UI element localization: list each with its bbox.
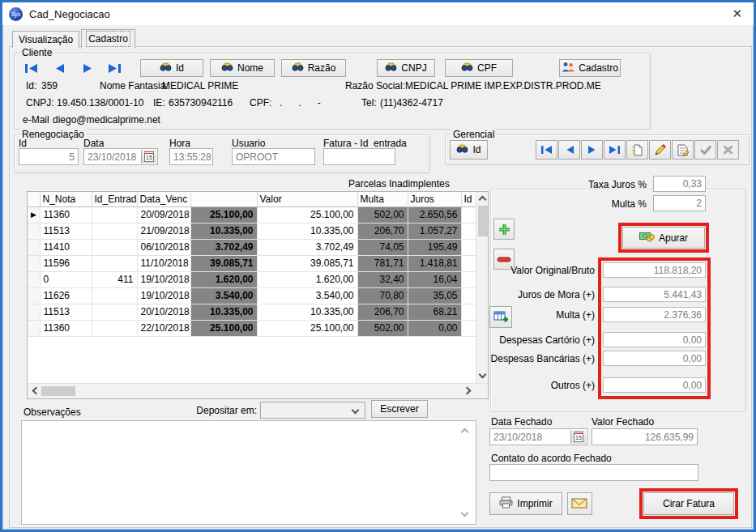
cell-Id_Entrada[interactable] [92, 304, 137, 320]
cell-N_Nota[interactable]: 11360 [40, 320, 92, 336]
total-value-field[interactable]: 0,00 [603, 332, 706, 347]
cell-Id[interactable] [461, 239, 476, 255]
cell-Multa[interactable]: 206,70 [357, 223, 408, 239]
grid-vertical-scrollbar[interactable] [476, 192, 488, 383]
cell-Multa[interactable]: 206,70 [357, 304, 408, 320]
cell-Id_Entrada[interactable] [92, 206, 137, 223]
table-row[interactable]: 1136022/10/201825.100,0025.100,00502,000… [28, 320, 476, 336]
column-header-Id[interactable]: Id [461, 192, 476, 206]
cell-Id_Entrada[interactable] [92, 239, 137, 255]
cell-hl[interactable]: 3.702,49 [190, 239, 257, 255]
cell-Juros[interactable]: 1.418,81 [408, 255, 461, 271]
cell-hl[interactable]: 25.100,00 [190, 320, 257, 336]
cell-Id_Entrada[interactable]: 411 [92, 271, 137, 287]
cell-N_Nota[interactable]: 11410 [40, 239, 92, 255]
cell-hl[interactable]: 3.540,00 [190, 287, 257, 304]
reneg-id-field[interactable]: 5 [19, 148, 79, 165]
cell-Data_Venc[interactable]: 20/10/2018 [137, 304, 190, 320]
scroll-right-icon[interactable] [463, 387, 472, 395]
observacoes-memo[interactable] [21, 420, 476, 525]
calendar-button[interactable]: 15 [141, 150, 156, 164]
cell-Id_Entrada[interactable] [92, 287, 137, 304]
prev-record-icon[interactable] [54, 64, 64, 73]
cell-Data_Venc[interactable]: 22/10/2018 [137, 320, 190, 336]
scroll-left-icon[interactable] [32, 387, 41, 395]
cell-Data_Venc[interactable]: 19/10/2018 [137, 271, 190, 287]
cell-Data_Venc[interactable]: 19/10/2018 [137, 287, 190, 304]
search-id-button[interactable]: Id [140, 59, 203, 77]
cell-Multa[interactable]: 502,00 [357, 320, 408, 336]
cell-Id[interactable] [461, 287, 476, 304]
cell-Valor[interactable]: 10.335,00 [257, 223, 357, 239]
cell-Juros[interactable]: 195,49 [408, 239, 461, 255]
cell-Valor[interactable]: 39.085,71 [257, 255, 357, 271]
cell-Juros[interactable]: 2.650,56 [408, 206, 461, 223]
cell-Multa[interactable]: 781,71 [357, 255, 408, 271]
cell-N_Nota[interactable]: 11513 [40, 223, 92, 239]
column-header-Id_Entrada[interactable]: Id_Entrada [92, 192, 137, 206]
cadastro-button[interactable]: Cadastro [559, 59, 621, 77]
email-send-button[interactable] [567, 492, 592, 515]
taxa-juros-field[interactable]: 0,33 [653, 176, 706, 192]
cell-Juros[interactable]: 35,05 [408, 287, 461, 304]
cell-Juros[interactable]: 0,00 [408, 320, 461, 336]
cell-hl[interactable]: 1.620,00 [190, 271, 257, 287]
total-value-field[interactable]: 5.441,43 [603, 287, 706, 302]
calendar-button[interactable]: 15 [570, 430, 586, 444]
first-record-icon[interactable] [25, 64, 37, 73]
cell-Multa[interactable]: 32,40 [357, 271, 408, 287]
edit-record-button[interactable] [649, 140, 671, 160]
table-row[interactable]: 1141006/10/20183.702,493.702,4974,05195,… [28, 239, 476, 255]
cell-N_Nota[interactable]: 11360 [40, 206, 92, 223]
post-edit-button[interactable] [672, 140, 694, 160]
imprimir-button[interactable]: Imprimir [489, 492, 562, 515]
cell-hl[interactable]: 39.085,71 [190, 255, 257, 271]
search-cnpj-button[interactable]: CNPJ [377, 59, 435, 77]
tab-cadastro[interactable]: Cadastro [81, 29, 135, 49]
cell-Multa[interactable]: 70,80 [357, 287, 408, 304]
cell-Data_Venc[interactable]: 06/10/2018 [137, 239, 190, 255]
cell-Valor[interactable]: 25.100,00 [257, 320, 357, 336]
cell-Valor[interactable]: 3.540,00 [257, 287, 357, 304]
data-fechado-field[interactable]: 23/10/2018 15 [489, 428, 587, 445]
nav-last-button[interactable] [604, 140, 626, 160]
apurar-button[interactable]: Apurar [622, 227, 705, 249]
cell-N_Nota[interactable]: 0 [40, 271, 92, 287]
total-value-field[interactable]: 2.376,36 [603, 307, 706, 322]
cell-Data_Venc[interactable]: 21/09/2018 [137, 223, 190, 239]
depositar-em-combobox[interactable] [260, 402, 365, 419]
scroll-up-icon[interactable] [479, 196, 487, 204]
escrever-button[interactable]: Escrever [371, 400, 428, 418]
cell-Multa[interactable]: 74,05 [357, 239, 408, 255]
vscroll-thumb[interactable] [478, 206, 488, 236]
multa-pct-field[interactable]: 2 [653, 195, 706, 211]
column-header-Juros[interactable]: Juros [408, 192, 461, 206]
cell-Id_Entrada[interactable] [92, 320, 137, 336]
cell-Id[interactable] [461, 223, 476, 239]
memo-scroll-down-icon[interactable] [461, 509, 469, 517]
cell-Valor[interactable]: 25.100,00 [257, 206, 357, 223]
search-razao-button[interactable]: Razão [281, 59, 346, 77]
scroll-down-icon[interactable] [479, 371, 487, 379]
nav-prev-button[interactable] [558, 140, 580, 160]
total-value-field[interactable]: 0,00 [603, 377, 706, 393]
column-header-Multa[interactable]: Multa [357, 192, 408, 206]
cell-Multa[interactable]: 502,00 [357, 206, 408, 223]
column-header-N_Nota[interactable]: N_Nota [40, 192, 92, 206]
cell-Data_Venc[interactable]: 20/09/2018 [137, 206, 190, 223]
cell-hl[interactable]: 25.100,00 [190, 206, 257, 223]
cell-Id[interactable] [461, 271, 476, 287]
gerencial-id-button[interactable]: Id [450, 140, 488, 160]
memo-scroll-up-icon[interactable] [461, 428, 469, 436]
cell-Id_Entrada[interactable] [92, 255, 137, 271]
cell-N_Nota[interactable]: 11596 [40, 255, 92, 271]
search-cpf-button[interactable]: CPF [445, 59, 513, 77]
grid-horizontal-scrollbar[interactable] [28, 383, 488, 398]
cell-Juros[interactable]: 68,21 [408, 304, 461, 320]
valor-fechado-field[interactable]: 126.635,99 [592, 428, 698, 445]
total-value-field[interactable]: 0,00 [603, 351, 706, 366]
new-record-button[interactable] [626, 140, 648, 160]
next-record-icon[interactable] [83, 64, 93, 73]
add-parcela-button[interactable] [493, 219, 515, 240]
reneg-fatura-field[interactable] [323, 148, 395, 165]
